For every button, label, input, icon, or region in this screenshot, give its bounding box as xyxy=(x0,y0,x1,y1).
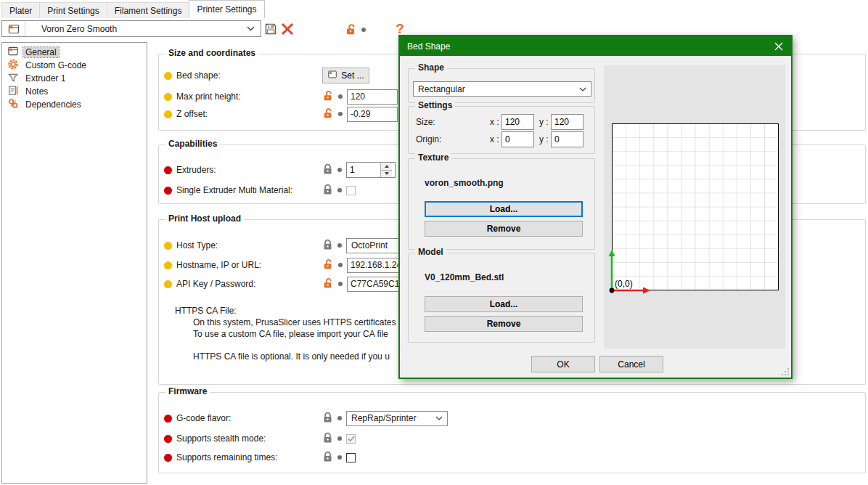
unlock-icon[interactable] xyxy=(322,90,334,104)
ok-button[interactable]: OK xyxy=(531,356,595,372)
tab-filament-settings[interactable]: Filament Settings xyxy=(107,2,190,18)
settings-group-title: Settings xyxy=(415,100,455,110)
setting-bullet xyxy=(164,110,172,118)
setting-bullet xyxy=(164,93,172,101)
chevron-down-icon xyxy=(435,416,443,420)
setting-bullet xyxy=(164,261,172,269)
tab-print-settings[interactable]: Print Settings xyxy=(39,2,107,18)
remaining-times-label: Supports remaining times: xyxy=(176,452,277,462)
model-load-button[interactable]: Load... xyxy=(425,296,583,312)
max-print-height-label: Max print height: xyxy=(176,91,241,102)
printer-icon xyxy=(7,46,19,59)
printer-preset-combo[interactable]: Voron Zero Smooth xyxy=(1,20,261,37)
modified-dot xyxy=(337,455,342,460)
sidebar-item-general[interactable]: General xyxy=(2,46,147,59)
bed-shape-set-button[interactable]: Set ... xyxy=(322,68,369,83)
note-icon xyxy=(7,85,19,98)
z-offset-input[interactable] xyxy=(347,107,398,122)
stealth-mode-checkbox[interactable] xyxy=(346,434,356,444)
setting-bullet xyxy=(164,72,172,80)
sidebar-item-dependencies[interactable]: Dependencies xyxy=(2,98,147,111)
shape-group: Shape Rectangular xyxy=(408,68,595,103)
lock-icon[interactable] xyxy=(322,163,333,177)
modified-dot xyxy=(337,168,342,172)
resize-grip[interactable] xyxy=(782,368,789,375)
extruders-stepper[interactable] xyxy=(346,162,396,178)
sidebar-item-label: Notes xyxy=(23,86,50,97)
bed-shape-label: Bed shape: xyxy=(176,70,221,81)
unlock-icon[interactable] xyxy=(322,258,334,272)
save-preset-icon[interactable] xyxy=(263,21,279,37)
lock-icon[interactable] xyxy=(322,412,333,425)
origin-x-input[interactable] xyxy=(501,131,534,147)
https-ca-file-title: HTTPS CA File: xyxy=(175,305,237,317)
sidebar-item-custom-gcode[interactable]: Custom G-code xyxy=(2,59,147,72)
texture-load-button[interactable]: Load... xyxy=(425,201,583,217)
modified-dot xyxy=(337,436,342,441)
setting-bullet xyxy=(164,187,172,195)
texture-group-title: Texture xyxy=(415,152,451,163)
settings-sidebar: General Custom G-code Extruder 1 Notes D… xyxy=(1,42,147,484)
settings-group: Settings Size: x : y : Origin: x : y : xyxy=(408,106,595,154)
close-icon[interactable] xyxy=(766,36,791,56)
dependencies-icon xyxy=(7,98,19,111)
shape-value: Rectangular xyxy=(418,84,465,94)
dialog-titlebar[interactable]: Bed Shape xyxy=(400,36,791,56)
preset-name: Voron Zero Smooth xyxy=(25,24,247,34)
setting-bullet xyxy=(164,242,172,250)
size-x-input[interactable] xyxy=(501,114,534,130)
origin-y-input[interactable] xyxy=(551,131,584,147)
stepper-up-icon[interactable] xyxy=(381,163,392,171)
shape-group-title: Shape xyxy=(415,62,447,73)
max-print-height-input[interactable] xyxy=(347,89,398,105)
texture-remove-button[interactable]: Remove xyxy=(425,221,583,237)
modified-dot xyxy=(338,282,343,286)
host-type-label: Host Type: xyxy=(176,240,218,250)
modified-dot xyxy=(338,94,343,99)
sidebar-item-notes[interactable]: Notes xyxy=(2,85,147,98)
delete-preset-icon[interactable] xyxy=(279,21,295,37)
model-group: Model V0_120mm_Bed.stl Load... Remove xyxy=(408,253,595,343)
funnel-icon xyxy=(7,72,19,85)
sidebar-item-label: Custom G-code xyxy=(23,60,89,70)
size-y-input[interactable] xyxy=(551,114,584,130)
printer-icon xyxy=(2,21,25,36)
unlock-icon[interactable] xyxy=(322,277,334,291)
shape-select[interactable]: Rectangular xyxy=(413,81,591,97)
stealth-mode-label: Supports stealth mode: xyxy=(176,433,266,444)
https-ca-file-line1: On this system, PrusaSlicer uses HTTPS c… xyxy=(193,317,396,328)
gcode-flavor-label: G-code flavor: xyxy=(176,413,231,423)
texture-group: Texture voron_smooth.png Load... Remove xyxy=(408,158,595,250)
unlock-icon[interactable] xyxy=(343,21,359,37)
setting-bullet xyxy=(164,166,172,174)
modified-dot xyxy=(361,28,366,32)
model-remove-button[interactable]: Remove xyxy=(425,316,583,332)
lock-icon[interactable] xyxy=(322,184,333,197)
modified-dot xyxy=(338,112,343,116)
lock-icon[interactable] xyxy=(322,451,333,465)
tab-plater[interactable]: Plater xyxy=(1,2,40,18)
gcode-flavor-value: RepRap/Sprinter xyxy=(351,413,416,423)
cancel-button[interactable]: Cancel xyxy=(599,356,663,372)
unlock-icon[interactable] xyxy=(322,107,334,121)
bed-shape-dialog: Bed Shape Shape Rectangular Settings Siz… xyxy=(398,35,793,379)
model-filename: V0_120mm_Bed.stl xyxy=(425,272,504,282)
https-ca-file-line3: HTTPS CA file is optional. It is only ne… xyxy=(193,351,390,362)
section-firmware: Firmware G-code flavor: RepRap/Sprinter … xyxy=(158,392,866,473)
sidebar-item-label: General xyxy=(23,47,59,57)
extruders-input[interactable] xyxy=(347,163,380,177)
lock-icon[interactable] xyxy=(322,432,333,446)
chevron-down-icon xyxy=(247,26,255,31)
bed-preview-panel: (0,0) xyxy=(604,65,785,349)
tab-printer-settings[interactable]: Printer Settings xyxy=(189,0,264,18)
sidebar-item-extruder-1[interactable]: Extruder 1 xyxy=(2,72,147,85)
lock-icon[interactable] xyxy=(322,239,333,253)
set-button-label: Set ... xyxy=(341,70,364,81)
stepper-down-icon[interactable] xyxy=(381,171,392,178)
printer-icon xyxy=(327,70,337,81)
remaining-times-checkbox[interactable] xyxy=(346,453,356,462)
gcode-flavor-select[interactable]: RepRap/Sprinter xyxy=(346,411,448,426)
semm-checkbox[interactable] xyxy=(346,186,356,195)
chevron-down-icon xyxy=(579,87,586,91)
setting-bullet xyxy=(164,435,172,443)
